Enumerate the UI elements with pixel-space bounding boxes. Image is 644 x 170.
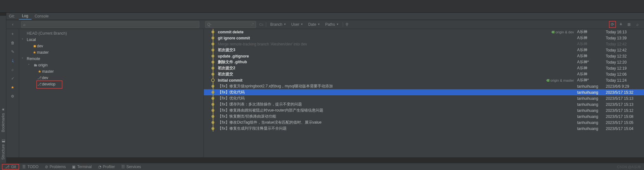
commit-row[interactable]: 【fix】修复路由跳转被阻止时vue-router内部产生报错信息问题tanhu… — [204, 107, 644, 113]
branches-panel: HEAD (Current Branch) ˅Local ◆dev ★maste… — [19, 29, 204, 157]
commit-date: Today 12:20 — [606, 60, 644, 65]
tab-log[interactable]: Log — [19, 13, 32, 20]
status-bar: ⎇Git ☰TODO ⊘Problems ▣Terminal ◔Profiler… — [0, 163, 644, 170]
commits-panel[interactable]: commit deleteorigin & devA乐神Today 16:13g… — [204, 29, 644, 157]
toolbar-right: ⟳ ⚘ ⊞ ⌕ — [608, 21, 644, 28]
find-icon[interactable]: ⌕ — [9, 66, 17, 73]
branch-search-input[interactable] — [27, 22, 197, 27]
graph-column — [210, 119, 218, 126]
fetch-icon[interactable]: ↓̣ — [9, 57, 17, 65]
remote-master[interactable]: ★master — [19, 68, 204, 75]
ref-tags: origin & master — [546, 78, 574, 82]
commit-row[interactable]: commit deleteorigin & devA乐神Today 16:13 — [204, 29, 644, 35]
commit-author: A乐神 — [577, 35, 606, 41]
commit-row[interactable]: Initial commitorigin & masterA乐神*Today 1… — [204, 77, 644, 83]
commit-row[interactable]: 【fix】修复生成列字段注释显示不全问题tanhuihuang2023/5/17… — [204, 126, 644, 132]
commit-row[interactable]: 【fix】缓存列表：多次清除操作，提示不变的问题tanhuihuang2023/… — [204, 101, 644, 107]
graph-column — [210, 107, 218, 113]
sb-todo[interactable]: ☰TODO — [19, 165, 41, 169]
sb-git[interactable]: ⎇Git — [2, 164, 19, 170]
search-button[interactable]: ⌕ — [634, 21, 641, 28]
back-button[interactable]: ‹ — [6, 22, 19, 27]
commit-date: Today 13:39 — [606, 36, 644, 40]
commit-row[interactable]: 【fix】修复升级springboot2.7.x的bug，mysql驱动版本需要… — [204, 83, 644, 89]
commit-row[interactable]: 【fix】恢复翻页/切换路由滚动功能tanhuihuang2023/5/17 1… — [204, 113, 644, 119]
commit-row[interactable]: 【fix】优化代码tanhuihuang2023/5/17 15:32 — [204, 89, 644, 95]
structure-icon: ◧ — [1, 139, 5, 143]
sb-profiler[interactable]: ◔Profiler — [95, 165, 118, 169]
commit-date: Today 16:13 — [606, 30, 644, 34]
commit-message: 删除文件 .github — [218, 59, 577, 65]
local-dev[interactable]: ◆dev — [19, 43, 204, 49]
local-node[interactable]: ˅Local — [19, 37, 204, 43]
sb-todo-label: TODO — [27, 165, 38, 169]
filter-date[interactable]: Date▼ — [306, 22, 323, 27]
structure-tab[interactable]: Structure◧ — [1, 135, 5, 163]
remote-dev[interactable]: ⎇dev — [19, 75, 204, 81]
star-icon: ★ — [32, 50, 37, 55]
commit-row[interactable]: 【fix】修改DictTag组件，当value没有匹配的值时、展示valueta… — [204, 119, 644, 126]
terminal-icon: ▣ — [72, 165, 75, 169]
cherry-pick-button[interactable]: ⚘ — [617, 21, 624, 28]
match-case[interactable]: Cc — [258, 23, 265, 26]
filter-branch[interactable]: Branch▼ — [268, 22, 289, 27]
filter-settings-icon[interactable]: ⚲ — [343, 22, 351, 27]
commit-date: Today 12:06 — [606, 72, 644, 77]
commit-author: tanhuihuang — [577, 126, 606, 131]
regex-small-icon[interactable]: .* — [251, 22, 254, 27]
branch-icon: ⎇ — [37, 82, 42, 86]
commit-message: git ignore commit — [218, 36, 577, 40]
commit-message: 初次提交2 — [218, 65, 577, 71]
commit-date: 2023/5/17 15:04 — [606, 126, 644, 131]
favorite-icon[interactable]: ★ — [9, 84, 17, 91]
search-icon: ⌕ — [23, 22, 25, 27]
refresh-button[interactable]: ⟳ — [609, 21, 616, 28]
remote-develop[interactable]: ⎇develop — [19, 81, 204, 87]
settings-icon[interactable]: ⚙ — [9, 92, 17, 100]
checkout-icon[interactable]: ✓ — [9, 75, 17, 82]
commit-row[interactable]: 删除文件 .githubA乐神*Today 12:20 — [204, 59, 644, 65]
commit-date: 2023/5/17 15:12 — [606, 108, 644, 113]
filter-user[interactable]: User▼ — [289, 22, 305, 27]
branch-search[interactable]: ⌕ — [21, 21, 199, 28]
origin-node[interactable]: ˅🖿origin — [19, 62, 204, 68]
commit-row[interactable]: git ignore commitA乐神Today 13:39 — [204, 35, 644, 41]
delete-icon[interactable]: 🗑 — [9, 39, 17, 47]
bookmarks-tab[interactable]: Bookmarks★ — [1, 104, 5, 135]
commit-row[interactable]: Merge remote-tracking branch 'Aleshen/de… — [204, 41, 644, 47]
tab-console[interactable]: Console — [32, 13, 52, 19]
compare-button[interactable]: ⊞ — [626, 21, 633, 28]
commit-row[interactable]: 初次提交3A乐神Today 12:42 — [204, 47, 644, 53]
sb-profiler-label: Profiler — [103, 165, 115, 169]
local-master[interactable]: ★master — [19, 49, 204, 56]
commit-author: tanhuihuang — [577, 96, 606, 101]
left-tool-tabs: Structure◧ Bookmarks★ — [0, 16, 6, 163]
commit-row[interactable]: 初次提交A乐神Today 12:06 — [204, 71, 644, 77]
sb-terminal[interactable]: ▣Terminal — [69, 165, 95, 169]
remote-label: Remote — [27, 57, 40, 61]
warning-icon: ⊘ — [45, 165, 48, 169]
edit-icon[interactable]: ✎ — [9, 48, 17, 56]
bookmark-icon: ★ — [1, 107, 5, 112]
r-master-label: master — [42, 69, 54, 74]
head-label: HEAD (Current Branch) — [27, 31, 67, 36]
commit-row[interactable]: update .gitignoreA乐神Today 12:32 — [204, 53, 644, 59]
filter-branch-label: Branch — [270, 22, 282, 27]
git-tool-panel: Git: Log Console ‹ ⌕ .* Cc Branch▼ User▼… — [6, 13, 644, 157]
graph-column — [210, 35, 218, 41]
remote-node[interactable]: ˅Remote — [19, 56, 204, 62]
services-icon: ☷ — [121, 165, 125, 169]
commit-author: tanhuihuang — [577, 120, 606, 125]
commit-row[interactable]: 初次提交2A乐神Today 12:19 — [204, 65, 644, 71]
caret-icon: ▼ — [283, 23, 286, 26]
sb-problems[interactable]: ⊘Problems — [42, 165, 69, 169]
sb-services[interactable]: ☷Services — [118, 165, 144, 169]
r-develop-label: develop — [42, 82, 55, 86]
filter-user-label: User — [291, 22, 299, 27]
commit-search-input[interactable] — [207, 22, 251, 27]
commit-row[interactable]: 【fix】优化代码tanhuihuang2023/5/17 15:13 — [204, 95, 644, 101]
commit-search[interactable]: .* — [205, 21, 256, 28]
filter-paths[interactable]: Paths▼ — [323, 22, 341, 27]
add-icon[interactable]: + — [9, 30, 17, 38]
head-branch[interactable]: HEAD (Current Branch) — [19, 30, 204, 37]
